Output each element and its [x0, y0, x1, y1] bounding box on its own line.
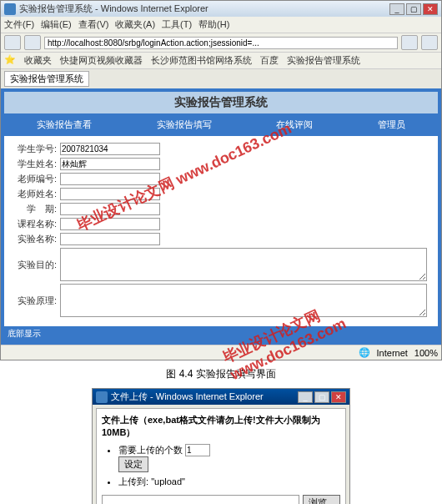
menu-file[interactable]: 文件(F)	[4, 18, 34, 31]
upload-count-input[interactable]	[185, 444, 210, 456]
semester-label: 学 期:	[11, 203, 57, 215]
tab-bar: 实验报告管理系统	[1, 68, 441, 88]
file-row: 浏览...	[102, 495, 340, 504]
nav-admin[interactable]: 管理员	[378, 118, 405, 131]
favorites-bar: ⭐ 收藏夹 快捷网页视频收藏器 长沙师范图书馆网络系统 百度 实验报告管理系统	[1, 52, 441, 68]
refresh-button[interactable]	[401, 35, 418, 50]
globe-icon: 🌐	[359, 347, 370, 358]
top-nav: 实验报告查看 实验报告填写 在线评阅 管理员	[4, 113, 438, 136]
teacher-name-input[interactable]	[60, 188, 160, 200]
exp-principle-label: 实验原理:	[11, 295, 57, 307]
maximize-button[interactable]: ▢	[406, 3, 421, 15]
close-button[interactable]: ✕	[331, 391, 346, 403]
close-button[interactable]: ✕	[423, 3, 438, 15]
student-id-label: 学生学号:	[11, 143, 57, 155]
nav-view[interactable]: 实验报告查看	[37, 118, 92, 131]
menu-tools[interactable]: 工具(T)	[162, 18, 192, 31]
course-input[interactable]	[60, 218, 160, 230]
file-path-input[interactable]	[102, 495, 299, 504]
student-name-input[interactable]	[60, 158, 160, 170]
status-internet: Internet	[377, 348, 408, 358]
page-content: 实验报告管理系统 实验报告查看 实验报告填写 在线评阅 管理员 学生学号: 学生…	[1, 88, 441, 345]
form-area: 学生学号: 学生姓名: 老师编号: 老师姓名: 学 期: 课程名称:	[4, 136, 438, 326]
fav-3[interactable]: 百度	[260, 54, 279, 67]
address-input[interactable]	[44, 37, 398, 49]
browse-button[interactable]: 浏览...	[303, 495, 340, 504]
upload-dest-row: 上传到: "upload"	[118, 476, 340, 488]
exp-purpose-textarea[interactable]	[60, 248, 427, 281]
address-bar	[1, 33, 441, 52]
upload-count-row: 需要上传的个数 设定	[118, 444, 340, 472]
teacher-name-label: 老师姓名:	[11, 188, 57, 200]
upload-dest-value: "upload"	[151, 476, 185, 486]
exp-purpose-label: 实验目的:	[11, 259, 57, 271]
exp-name-label: 实验名称:	[11, 233, 57, 245]
nav-review[interactable]: 在线评阅	[276, 118, 313, 131]
fav-1[interactable]: 快捷网页视频收藏器	[60, 54, 143, 67]
caption-1: 图 4.4 实验报告填写界面	[0, 360, 442, 388]
exp-name-input[interactable]	[60, 233, 160, 245]
student-name-label: 学生姓名:	[11, 158, 57, 170]
semester-input[interactable]	[60, 203, 160, 215]
bottom-note: 底部显示	[4, 326, 438, 341]
fav-2[interactable]: 长沙师范图书馆网络系统	[151, 54, 252, 67]
menu-help[interactable]: 帮助(H)	[198, 18, 229, 31]
minimize-button[interactable]: _	[389, 3, 404, 15]
window-title: 实验报告管理系统 - Windows Internet Explorer	[19, 3, 389, 15]
menu-edit[interactable]: 编辑(E)	[41, 18, 72, 31]
upload-form: 文件上传（exe,bat格式文件请勿上传!文件大小限制为10MB） 需要上传的个…	[96, 408, 346, 504]
menu-view[interactable]: 查看(V)	[78, 18, 109, 31]
set-button[interactable]: 设定	[118, 456, 148, 472]
menu-favorites[interactable]: 收藏夹(A)	[115, 18, 155, 31]
ie-icon	[4, 3, 16, 15]
course-label: 课程名称:	[11, 218, 57, 230]
fav-4[interactable]: 实验报告管理系统	[287, 54, 360, 67]
stop-button[interactable]	[421, 35, 438, 50]
back-button[interactable]	[4, 35, 21, 50]
fav-icon: ⭐	[4, 54, 16, 67]
teacher-id-label: 老师编号:	[11, 173, 57, 185]
forward-button[interactable]	[24, 35, 41, 50]
minimize-button[interactable]: _	[298, 391, 313, 403]
upload-dest-label: 上传到:	[118, 476, 148, 486]
maximize-button[interactable]: ▢	[314, 391, 329, 403]
status-zoom: 100%	[414, 348, 438, 358]
titlebar: 实验报告管理系统 - Windows Internet Explorer _ ▢…	[1, 1, 441, 17]
upload-window: 文件上传 - Windows Internet Explorer _ ▢ ✕ 文…	[92, 388, 350, 504]
upload-heading: 文件上传（exe,bat格式文件请勿上传!文件大小限制为10MB）	[102, 414, 340, 439]
exp-principle-textarea[interactable]	[60, 284, 427, 317]
browser-tab[interactable]: 实验报告管理系统	[4, 71, 89, 87]
student-id-input[interactable]	[60, 143, 160, 155]
menubar: 文件(F) 编辑(E) 查看(V) 收藏夹(A) 工具(T) 帮助(H)	[1, 17, 441, 33]
upload-titlebar: 文件上传 - Windows Internet Explorer _ ▢ ✕	[93, 389, 349, 405]
main-window: 实验报告管理系统 - Windows Internet Explorer _ ▢…	[0, 0, 442, 360]
ie-icon	[96, 391, 108, 403]
status-bar: 🌐 Internet 100%	[1, 345, 441, 360]
page-title: 实验报告管理系统	[4, 92, 438, 113]
status-left	[4, 347, 359, 358]
upload-count-label: 需要上传的个数	[118, 445, 183, 455]
upload-window-title: 文件上传 - Windows Internet Explorer	[111, 391, 298, 403]
fav-0[interactable]: 收藏夹	[24, 54, 52, 67]
teacher-id-input[interactable]	[60, 173, 160, 185]
nav-fill[interactable]: 实验报告填写	[157, 118, 212, 131]
